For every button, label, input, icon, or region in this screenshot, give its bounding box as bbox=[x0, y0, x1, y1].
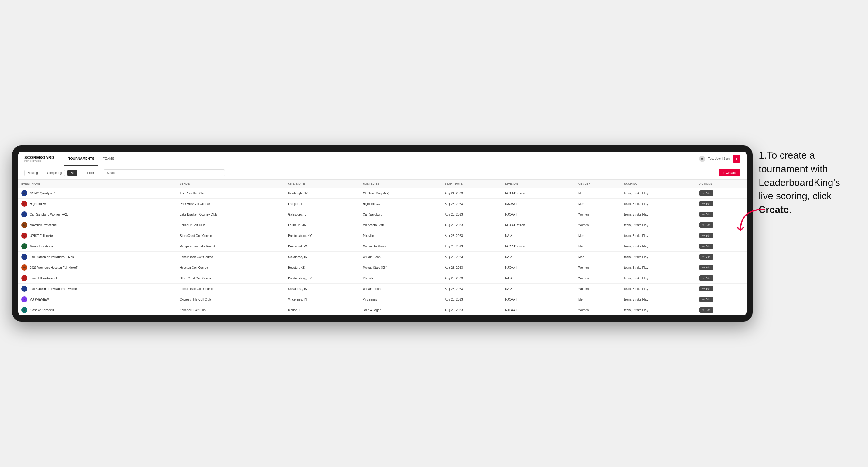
actions-cell-11: ✏ Edit bbox=[696, 305, 746, 315]
hosted-by-cell-3: Minnesota State bbox=[360, 220, 442, 230]
city-state-cell-7: Hesston, KS bbox=[285, 262, 360, 273]
user-label: Test User | Sign bbox=[708, 157, 730, 160]
event-name-11: Klash at Kokopelli bbox=[30, 309, 54, 312]
venue-cell-1: Park Hills Golf Course bbox=[177, 198, 285, 209]
hosted-by-cell-5: Minnesota-Morris bbox=[360, 241, 442, 252]
hosted-by-cell-9: William Penn bbox=[360, 284, 442, 294]
tournaments-table: EVENT NAME VENUE CITY, STATE HOSTED BY S… bbox=[18, 180, 746, 315]
edit-button-11[interactable]: ✏ Edit bbox=[700, 307, 713, 313]
edit-button-10[interactable]: ✏ Edit bbox=[700, 297, 713, 302]
gender-cell-11: Women bbox=[575, 305, 621, 315]
search-input[interactable] bbox=[103, 169, 225, 177]
nav-tab-teams[interactable]: TEAMS bbox=[98, 152, 119, 166]
division-cell-3: NCAA Division II bbox=[502, 220, 575, 230]
division-cell-0: NCAA Division III bbox=[502, 188, 575, 198]
scoring-cell-0: team, Stroke Play bbox=[621, 188, 696, 198]
venue-cell-6: Edmundson Golf Course bbox=[177, 252, 285, 262]
scoring-cell-1: team, Stroke Play bbox=[621, 198, 696, 209]
table-row: U upike fall invitational StoneCrest Gol… bbox=[18, 273, 746, 284]
division-cell-1: NJCAA I bbox=[502, 198, 575, 209]
city-state-cell-0: Newburgh, NY bbox=[285, 188, 360, 198]
edit-button-4[interactable]: ✏ Edit bbox=[700, 233, 713, 238]
edit-button-3[interactable]: ✏ Edit bbox=[700, 222, 713, 228]
event-name-10: VU PREVIEW bbox=[30, 298, 49, 301]
edit-button-7[interactable]: ✏ Edit bbox=[700, 265, 713, 270]
edit-button-8[interactable]: ✏ Edit bbox=[700, 275, 713, 281]
hosted-by-cell-11: John A Logan bbox=[360, 305, 442, 315]
arrow-annotation bbox=[734, 206, 771, 237]
event-name-cell-7: W 2023 Women's Hesston Fall Kickoff bbox=[18, 262, 177, 273]
filter-icon: ☰ bbox=[83, 171, 86, 175]
venue-cell-11: Kokopelli Golf Club bbox=[177, 305, 285, 315]
start-date-cell-1: Aug 25, 2023 bbox=[442, 198, 502, 209]
scoring-cell-11: team, Stroke Play bbox=[621, 305, 696, 315]
division-cell-8: NAIA bbox=[502, 273, 575, 284]
col-gender: GENDER bbox=[575, 180, 621, 188]
venue-cell-3: Faribault Golf Club bbox=[177, 220, 285, 230]
col-actions: ACTIONS bbox=[696, 180, 746, 188]
hosting-filter-button[interactable]: Hosting bbox=[24, 170, 41, 176]
create-button[interactable]: + Create bbox=[719, 169, 740, 177]
division-cell-5: NCAA Division III bbox=[502, 241, 575, 252]
actions-cell-8: ✏ Edit bbox=[696, 273, 746, 284]
hosted-by-cell-2: Carl Sandburg bbox=[360, 209, 442, 220]
event-name-cell-5: M Morris Invitational bbox=[18, 241, 177, 252]
tablet-frame: SCOREBOARD Powered by Clipp TOURNAMENTS … bbox=[12, 146, 752, 321]
col-division: DIVISION bbox=[502, 180, 575, 188]
hosted-by-cell-10: Vincennes bbox=[360, 294, 442, 305]
division-cell-9: NAIA bbox=[502, 284, 575, 294]
event-name-8: upike fall invitational bbox=[30, 277, 57, 280]
header-row: EVENT NAME VENUE CITY, STATE HOSTED BY S… bbox=[18, 180, 746, 188]
gender-cell-6: Men bbox=[575, 252, 621, 262]
edit-button-9[interactable]: ✏ Edit bbox=[700, 286, 713, 291]
gender-cell-5: Men bbox=[575, 241, 621, 252]
scoring-cell-3: team, Stroke Play bbox=[621, 220, 696, 230]
actions-cell-7: ✏ Edit bbox=[696, 262, 746, 273]
logo-title: SCOREBOARD bbox=[24, 155, 54, 160]
edit-button-5[interactable]: ✏ Edit bbox=[700, 244, 713, 249]
filter-button[interactable]: ☰ Filter bbox=[80, 170, 97, 176]
event-name-cell-10: V VU PREVIEW bbox=[18, 294, 177, 305]
edit-button-0[interactable]: ✏ Edit bbox=[700, 190, 713, 196]
hosted-by-cell-4: Pikeville bbox=[360, 230, 442, 241]
table-body: M MSMC Qualifying 1 The Powelton Club Ne… bbox=[18, 188, 746, 315]
table-row: V VU PREVIEW Cypress Hills Golf Club Vin… bbox=[18, 294, 746, 305]
start-date-cell-6: Aug 28, 2023 bbox=[442, 252, 502, 262]
scoring-cell-2: team, Stroke Play bbox=[621, 209, 696, 220]
venue-cell-2: Lake Bracken Country Club bbox=[177, 209, 285, 220]
table-row: F Fall Statesmen Invitational - Women Ed… bbox=[18, 284, 746, 294]
city-state-cell-3: Faribault, MN bbox=[285, 220, 360, 230]
venue-cell-10: Cypress Hills Golf Club bbox=[177, 294, 285, 305]
gender-cell-1: Men bbox=[575, 198, 621, 209]
city-state-cell-10: Vincennes, IN bbox=[285, 294, 360, 305]
all-filter-button[interactable]: All bbox=[67, 170, 78, 176]
create-icon: + bbox=[735, 156, 738, 161]
venue-cell-4: StoneCrest Golf Course bbox=[177, 230, 285, 241]
competing-filter-button[interactable]: Competing bbox=[44, 170, 65, 176]
start-date-cell-3: Aug 28, 2023 bbox=[442, 220, 502, 230]
logo-area: SCOREBOARD Powered by Clipp bbox=[24, 155, 54, 162]
scoring-cell-8: team, Stroke Play bbox=[621, 273, 696, 284]
edit-button-1[interactable]: ✏ Edit bbox=[700, 201, 713, 207]
settings-icon[interactable]: ⚙ bbox=[699, 156, 705, 162]
edit-button-6[interactable]: ✏ Edit bbox=[700, 254, 713, 260]
table-row: K Klash at Kokopelli Kokopelli Golf Club… bbox=[18, 305, 746, 315]
division-cell-10: NJCAA II bbox=[502, 294, 575, 305]
table-container: EVENT NAME VENUE CITY, STATE HOSTED BY S… bbox=[18, 180, 746, 315]
venue-cell-9: Edmundson Golf Course bbox=[177, 284, 285, 294]
team-logo-7: W bbox=[21, 264, 27, 271]
hosted-by-cell-7: Murray State (OK) bbox=[360, 262, 442, 273]
nav-right: ⚙ Test User | Sign + bbox=[699, 155, 740, 163]
nav-tab-tournaments[interactable]: TOURNAMENTS bbox=[64, 152, 98, 166]
edit-button-2[interactable]: ✏ Edit bbox=[700, 212, 713, 217]
gender-cell-10: Men bbox=[575, 294, 621, 305]
navbar: SCOREBOARD Powered by Clipp TOURNAMENTS … bbox=[18, 152, 746, 166]
actions-cell-6: ✏ Edit bbox=[696, 252, 746, 262]
actions-cell-5: ✏ Edit bbox=[696, 241, 746, 252]
create-button-header[interactable]: + bbox=[733, 155, 740, 163]
city-state-cell-6: Oskaloosa, IA bbox=[285, 252, 360, 262]
team-logo-10: V bbox=[21, 297, 27, 303]
hosted-by-cell-1: Highland CC bbox=[360, 198, 442, 209]
hosted-by-cell-8: Pikeville bbox=[360, 273, 442, 284]
event-name-5: Morris Invitational bbox=[30, 245, 54, 248]
